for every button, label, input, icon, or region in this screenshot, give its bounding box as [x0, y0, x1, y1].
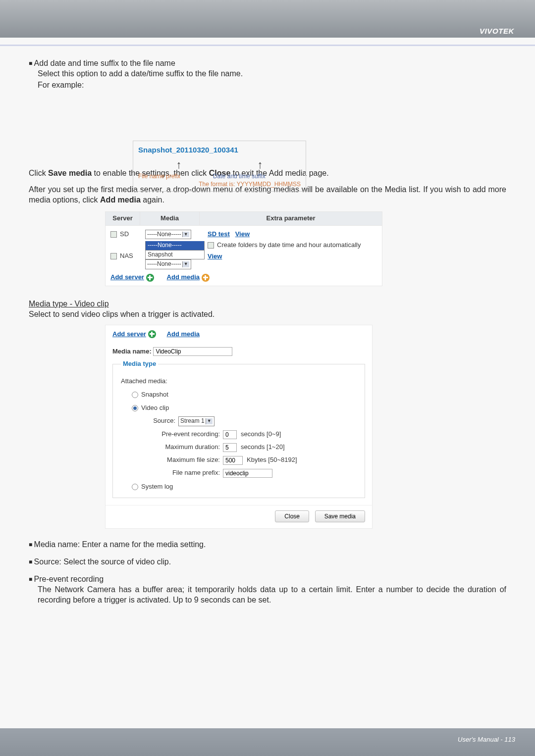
unit-preevent: seconds [0~9] — [241, 430, 281, 439]
row-maxsize: Maximum file size: Kbytes [50~8192] — [149, 456, 357, 465]
option-snapshot[interactable]: Snapshot — [132, 391, 357, 399]
close-button[interactable]: Close — [275, 510, 309, 522]
dropdown-option-snapshot[interactable]: Snapshot — [145, 251, 205, 260]
checkbox-nas[interactable] — [110, 253, 117, 259]
dropdown-source[interactable]: Stream 1 ▼ — [178, 416, 214, 426]
label-snapshot: Snapshot — [141, 391, 168, 399]
label-system-log: System log — [141, 483, 173, 491]
link-view-nas[interactable]: View — [208, 252, 222, 260]
form-body: Media name: Media type Attached media: S… — [106, 347, 372, 505]
dropdown-option-none-highlight[interactable]: -----None----- — [145, 241, 205, 251]
brand-label: VIVOTEK — [480, 27, 514, 35]
radio-icon — [132, 484, 138, 490]
link-add-media[interactable]: Add media — [167, 330, 200, 339]
input-maxsize[interactable] — [223, 456, 243, 465]
input-prefix[interactable] — [223, 469, 272, 478]
col-media: Media — [140, 212, 200, 225]
table-row: SD -----None----- ▼ SD test View — [110, 230, 377, 240]
link-add-media[interactable]: Add media — [167, 273, 200, 281]
bullet-source: Source: Select the source of video clip. — [29, 557, 506, 567]
row-prefix: File name prefix: — [149, 469, 357, 478]
bullet-add-date-suffix: Add date and time suffix to the file nam… — [29, 58, 506, 69]
checkbox-create-folders[interactable] — [208, 242, 214, 249]
heading-media-type-video-clip: Media type - Video clip — [29, 299, 506, 309]
header-bar — [0, 0, 535, 38]
page-content: Add date and time suffix to the file nam… — [29, 58, 506, 605]
arrow-up-icon: ↑ — [219, 158, 301, 172]
unit-maxdur: seconds [1~20] — [241, 443, 285, 452]
dropdown-sd-media[interactable]: -----None----- ▼ — [145, 230, 191, 240]
footer-band — [0, 728, 535, 756]
link-add-server[interactable]: Add server — [112, 330, 146, 338]
dropdown-value: -----None----- — [147, 231, 181, 239]
link-sd-test[interactable]: SD test — [208, 230, 230, 238]
text-select-option: Select this option to add a date/time su… — [38, 69, 506, 79]
label-source: Source: — [149, 417, 178, 425]
label-maxdur: Maximum duration: — [149, 443, 223, 452]
col-extra: Extra parameter — [200, 212, 382, 225]
radio-icon — [132, 392, 138, 398]
save-media-button[interactable]: Save media — [315, 510, 365, 522]
text-bold-save-media: Save media — [48, 169, 92, 177]
plus-icon — [146, 274, 154, 282]
input-maxdur[interactable] — [223, 443, 237, 452]
label-sd: SD — [120, 230, 129, 239]
bullet-media-name: Media name: Enter a name for the media s… — [29, 540, 506, 550]
row-preevent: Pre-event recording: seconds [0~9] — [149, 430, 357, 439]
label-video-clip: Video clip — [141, 404, 169, 412]
unit-maxsize: Kbytes [50~8192] — [247, 456, 297, 464]
example-filename: Snapshot_20110320_100341 — [138, 145, 301, 155]
table-body: SD -----None----- ▼ SD test View NAS — [106, 226, 382, 286]
filename-example-box: Snapshot_20110320_100341 ↑ ↑ File name p… — [133, 141, 306, 192]
dropdown-value: -----None----- — [147, 260, 181, 268]
chevron-down-icon: ▼ — [182, 232, 189, 238]
form-toolbar: Add server Add media — [106, 325, 372, 342]
media-list-table: Server Media Extra parameter SD -----Non… — [105, 211, 382, 286]
footer-text: User's Manual - 113 — [458, 736, 515, 743]
label-maxsize: Maximum file size: — [149, 456, 223, 464]
label-date-time-suffix: Date and time suffix — [213, 173, 301, 181]
option-video-clip[interactable]: Video clip — [132, 404, 357, 412]
link-add-server[interactable]: Add server — [110, 273, 144, 281]
input-media-name[interactable] — [153, 347, 232, 356]
form-button-row: Close Save media — [106, 505, 372, 528]
dropdown-nas-media[interactable]: -----None----- ▼ — [145, 259, 191, 269]
text: Click — [29, 169, 48, 177]
label-prefix: File name prefix: — [149, 469, 223, 477]
checkbox-sd[interactable] — [110, 231, 117, 238]
label-create-folders: Create folders by date time and hour aut… — [217, 241, 361, 250]
table-header: Server Media Extra parameter — [106, 212, 382, 226]
text-for-example: For example: — [38, 80, 506, 91]
row-source: Source: Stream 1 ▼ — [149, 416, 357, 426]
plus-icon — [202, 274, 210, 282]
label-attached-media: Attached media: — [121, 377, 357, 386]
label-preevent: Pre-event recording: — [149, 430, 223, 439]
radio-icon — [132, 405, 138, 411]
legend-media-type: Media type — [121, 360, 158, 368]
label-file-name-prefix: File name prefix — [138, 173, 213, 181]
text: again. — [141, 196, 164, 204]
header-divider — [0, 45, 535, 46]
dropdown-value: Stream 1 — [180, 417, 205, 425]
plus-icon — [148, 330, 156, 338]
link-view[interactable]: View — [235, 230, 250, 238]
label-nas: NAS — [120, 252, 133, 260]
text-select-send-video: Select to send video clips when a trigge… — [29, 309, 506, 320]
chevron-down-icon: ▼ — [206, 418, 213, 424]
bullet-preevent-body: The Network Camera has a buffer area; it… — [38, 585, 506, 605]
row-media-name: Media name: — [112, 347, 365, 356]
text-bold-add-media: Add media — [100, 196, 141, 204]
label-format: The format is: YYYYMMDD_HHMMSS — [138, 181, 301, 189]
label-media-name: Media name: — [112, 348, 152, 355]
input-preevent[interactable] — [223, 430, 237, 439]
table-row: NAS -----None----- Snapshot -----None---… — [110, 241, 377, 269]
chevron-down-icon: ▼ — [182, 261, 189, 267]
bullet-preevent-head: Pre-event recording — [29, 574, 506, 585]
row-maxdur: Maximum duration: seconds [1~20] — [149, 443, 357, 452]
media-form: Add server Add media Media name: Media t… — [105, 325, 373, 529]
option-system-log[interactable]: System log — [132, 483, 357, 491]
arrow-up-icon: ↑ — [138, 158, 219, 172]
fieldset-media-type: Media type Attached media: Snapshot Vide… — [112, 360, 365, 498]
col-server: Server — [106, 212, 140, 225]
